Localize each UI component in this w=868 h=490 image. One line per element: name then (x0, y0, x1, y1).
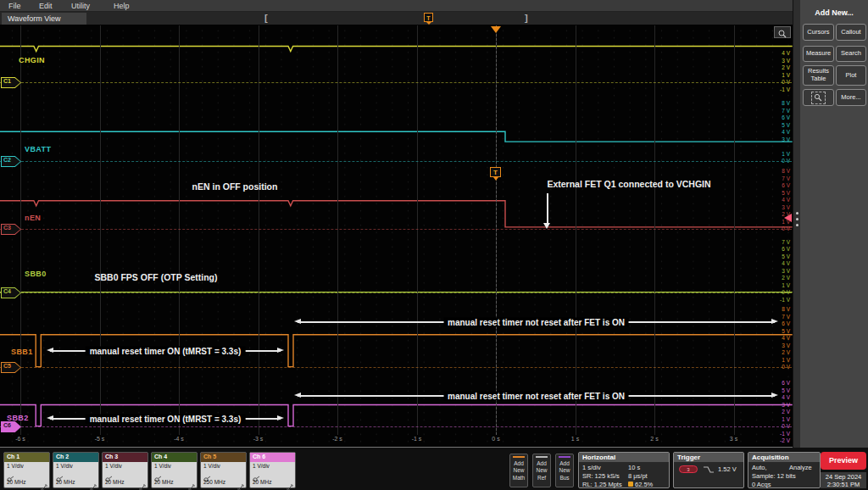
overview-trigger-flag[interactable]: T (424, 13, 433, 22)
grid-vline (417, 25, 418, 435)
scale-label: 0 V (768, 79, 790, 85)
channel-vdiv: 1 V/div (105, 463, 122, 469)
scale-label: 1 V (768, 416, 790, 422)
channel-badge-c6[interactable]: C6 (1, 421, 21, 432)
channel-card-2[interactable]: Ch 21 V/div20 MHz (53, 452, 99, 488)
scale-label: 2 V (768, 349, 790, 355)
results-table-button[interactable]: Results Table (803, 65, 834, 86)
menu-bar: File Edit Utility Help (0, 0, 793, 12)
channel-card-6[interactable]: Ch 61 V/div20 MHz (249, 452, 296, 488)
channel-card-header: Ch 6 (250, 453, 295, 462)
menu-help[interactable]: Help (114, 2, 130, 10)
more-button[interactable]: More... (836, 89, 866, 106)
channel-card-header: Ch 1 (4, 453, 49, 462)
channel-card-1[interactable]: Ch 11 V/div20 MHz (3, 452, 50, 488)
sidebar-title: Add New... (800, 8, 868, 17)
horizontal-resolution: 8 μs/pt (628, 472, 648, 480)
horizontal-record-length: RL: 1.25 Mpts (582, 481, 622, 488)
trigger-panel[interactable]: Trigger 3 1.52 V (673, 452, 744, 488)
annotation-arrow-head (543, 223, 550, 229)
tab-waveform-view[interactable]: Waveform View (2, 13, 86, 25)
stripe (513, 456, 525, 458)
probe-icon (203, 471, 211, 477)
grid-vline (179, 25, 180, 435)
panel-divider[interactable] (793, 0, 800, 448)
scale-label: 3 V (768, 136, 790, 142)
channel-card-5[interactable]: Ch 51 V/div250 MHz (200, 452, 247, 488)
expand-icon (41, 479, 47, 486)
preview-button[interactable]: Preview (821, 452, 866, 470)
scale-label: 0 V (768, 158, 790, 164)
falling-edge-icon (703, 465, 715, 474)
add-new-math-button[interactable]: Add New Math (509, 454, 528, 487)
grid-vline (654, 25, 655, 435)
channel-badge-c5[interactable]: C5 (1, 362, 21, 373)
trigger-position-line[interactable] (496, 25, 497, 435)
tab-row: Waveform View [ ] T (0, 12, 793, 25)
probe-icon (253, 471, 260, 477)
menu-utility[interactable]: Utility (71, 2, 90, 10)
annotation-label: manual reset timer ON (tMRST = 3.3s) (86, 415, 246, 424)
oscilloscope-screen: File Edit Utility Help Waveform View [ ]… (0, 0, 868, 490)
time-axis-label: -5 s (95, 436, 105, 442)
add-new-bus-button[interactable]: Add New Bus (555, 454, 574, 487)
channel-card-3[interactable]: Ch 31 V/div20 MHz (102, 452, 148, 488)
scale-label: 1 V (768, 282, 790, 288)
stripe (536, 456, 548, 458)
scale-label: -2 V (768, 437, 790, 443)
annotation-span-arrow: manual reset timer not reset after FET i… (294, 391, 778, 401)
acquisition-mode: Auto, (752, 464, 767, 471)
zoom-tool-button[interactable] (803, 89, 834, 106)
grid-vline (100, 25, 101, 435)
channel-badge-c4[interactable]: C4 (1, 287, 21, 298)
channel-label-nen: nEN (25, 214, 41, 222)
callout-button[interactable]: Callout (836, 24, 866, 41)
trigger-position-triangle[interactable] (491, 26, 501, 33)
add-new-label: Add New Math (510, 460, 527, 482)
horizontal-sample-rate: SR: 125 kS/s (582, 472, 620, 480)
channel-badge-c1[interactable]: C1 (1, 77, 21, 88)
scale-label: 7 V (768, 239, 790, 245)
grid-vline (576, 25, 576, 435)
menu-file[interactable]: File (8, 2, 21, 10)
acquisition-panel[interactable]: Acquisition Auto, Analyze Sample: 12 bit… (748, 452, 821, 488)
add-new-ref-button[interactable]: Add New Ref (532, 454, 551, 487)
probe-icon (154, 471, 162, 477)
expand-icon (139, 479, 146, 486)
channel-badge-c3[interactable]: C3 (1, 224, 21, 235)
plot-button[interactable]: Plot (836, 65, 866, 86)
horizontal-window: 10 s (628, 464, 640, 471)
annotation-label: manual reset timer not reset after FET i… (443, 318, 629, 327)
channel-badge-c2[interactable]: C2 (1, 156, 21, 167)
add-new-label: Add New Bus (556, 460, 573, 482)
arrow-head-left (47, 348, 53, 353)
arrow-head-right (771, 393, 778, 398)
trigger-source-badge: 3 (679, 465, 698, 473)
zoom-overview-button[interactable] (774, 26, 791, 38)
add-new-label: Add New Ref (533, 460, 550, 482)
trigger-source-flag-tip (493, 177, 498, 181)
scale-label: 2 V (768, 275, 790, 281)
stripe (559, 456, 570, 458)
scale-label: 4 V (768, 335, 790, 341)
channel-bandwidth: 20 MHz (253, 479, 271, 485)
waveform-display[interactable]: -6 s-5 s-4 s-3 s-2 s-1 s0 s1 s2 s3 sT4 V… (0, 25, 793, 448)
horizontal-scale: 1 s/div (582, 464, 601, 471)
grid-vline (734, 25, 735, 435)
channel-card-4[interactable]: Ch 41 V/div20 MHz (151, 452, 198, 488)
zero-line-chgin (0, 82, 792, 83)
badge-id: C1 (3, 78, 11, 84)
scale-label: 8 V (768, 168, 790, 174)
menu-edit[interactable]: Edit (39, 2, 53, 10)
overview-left-bracket[interactable]: [ (264, 13, 268, 23)
intensity-icon (628, 482, 633, 487)
cursors-button[interactable]: Cursors (803, 24, 834, 41)
search-button[interactable]: Search (836, 46, 866, 62)
overview-right-bracket[interactable]: ] (525, 13, 528, 23)
time-axis-label: -4 s (174, 436, 184, 442)
horizontal-panel[interactable]: Horizontal 1 s/div 10 s SR: 125 kS/s 8 μ… (578, 452, 670, 488)
arrow-head-right (277, 415, 284, 420)
measure-button[interactable]: Measure (803, 46, 834, 62)
trigger-source-flag[interactable]: T (490, 167, 501, 177)
scale-label: 5 V (768, 190, 790, 196)
